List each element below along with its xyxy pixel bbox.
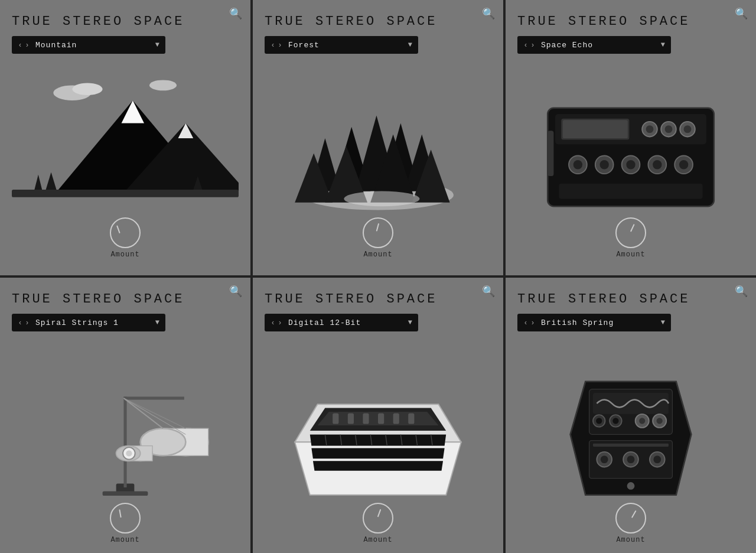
amount-knob-digital-12bit[interactable] — [363, 503, 393, 534]
title-space-echo: True Stereo Space — [517, 14, 690, 29]
svg-rect-44 — [548, 131, 553, 176]
svg-point-38 — [626, 160, 635, 169]
prev-preset-space-echo[interactable]: ‹ — [523, 41, 528, 49]
svg-point-21 — [344, 191, 419, 206]
cell-mountain: 🔍 True Stereo Space ‹ › Mountain ▼ — [0, 0, 250, 275]
preset-bar-digital-12bit: ‹ › Digital 12-Bit ▼ — [265, 314, 418, 331]
dropdown-icon-digital-12bit[interactable]: ▼ — [408, 318, 412, 327]
next-preset-mountain[interactable]: › — [25, 41, 30, 49]
prev-preset-spiral-strings[interactable]: ‹ — [18, 318, 22, 327]
amount-label-digital-12bit: Amount — [363, 536, 392, 544]
svg-marker-65 — [311, 448, 444, 458]
amount-label-mountain: Amount — [110, 251, 139, 259]
preset-arrows-british-spring: ‹ › — [523, 318, 535, 327]
knob-area-spiral-strings: Amount — [12, 503, 239, 549]
knob-area-british-spring: Amount — [517, 503, 744, 549]
svg-rect-4 — [12, 190, 239, 197]
search-icon-spiral-strings[interactable]: 🔍 — [229, 285, 242, 298]
svg-rect-48 — [123, 396, 184, 399]
title-british-spring: True Stereo Space — [517, 292, 690, 307]
preset-bar-british-spring: ‹ › British Spring ▼ — [517, 314, 671, 331]
preset-name-space-echo: Space Echo — [541, 41, 656, 50]
illustration-spiral-strings — [12, 336, 239, 503]
cell-forest: 🔍 True Stereo Space ‹ › Forest ▼ — [253, 0, 503, 275]
plugin-grid: 🔍 True Stereo Space ‹ › Mountain ▼ — [0, 0, 756, 553]
svg-point-28 — [646, 125, 654, 133]
illustration-space-echo — [517, 58, 744, 217]
preset-bar-mountain: ‹ › Mountain ▼ — [12, 36, 165, 54]
svg-point-98 — [627, 482, 635, 490]
svg-rect-47 — [123, 396, 126, 487]
amount-knob-forest[interactable] — [363, 217, 393, 248]
prev-preset-forest[interactable]: ‹ — [271, 41, 275, 49]
search-icon[interactable]: 🔍 — [229, 7, 242, 20]
preset-name-digital-12bit: Digital 12-Bit — [288, 318, 403, 327]
knob-area-mountain: Amount — [12, 217, 239, 264]
svg-point-34 — [573, 160, 582, 169]
dropdown-icon-spiral-strings[interactable]: ▼ — [155, 318, 159, 327]
next-preset-space-echo[interactable]: › — [530, 41, 535, 49]
search-icon-digital-12bit[interactable]: 🔍 — [482, 285, 495, 298]
svg-rect-70 — [378, 414, 384, 424]
amount-knob-space-echo[interactable] — [615, 217, 646, 248]
amount-label-forest: Amount — [363, 251, 392, 259]
title-digital-12bit: True Stereo Space — [265, 292, 437, 307]
svg-point-40 — [653, 160, 662, 169]
illustration-digital-12bit — [265, 336, 491, 503]
svg-marker-64 — [310, 434, 446, 445]
svg-point-42 — [679, 160, 688, 169]
svg-point-59 — [126, 450, 132, 456]
title-mountain: True Stereo Space — [12, 14, 184, 29]
preset-bar-spiral-strings: ‹ › Spiral Strings 1 ▼ — [12, 314, 165, 331]
preset-name-british-spring: British Spring — [541, 318, 656, 327]
search-icon-space-echo[interactable]: 🔍 — [735, 7, 748, 20]
preset-arrows-mountain: ‹ › — [18, 41, 30, 49]
svg-point-93 — [601, 456, 608, 463]
svg-point-90 — [657, 418, 663, 424]
amount-knob-british-spring[interactable] — [615, 503, 646, 534]
svg-point-32 — [684, 125, 692, 133]
title-spiral-strings: True Stereo Space — [12, 292, 184, 307]
svg-rect-26 — [563, 120, 628, 138]
dropdown-icon-mountain[interactable]: ▼ — [155, 41, 159, 49]
preset-name-spiral-strings: Spiral Strings 1 — [35, 318, 151, 327]
illustration-mountain — [12, 58, 239, 217]
svg-point-97 — [653, 456, 661, 463]
preset-arrows-space-echo: ‹ › — [523, 41, 535, 49]
next-preset-spiral-strings[interactable]: › — [25, 318, 30, 327]
knob-area-forest: Amount — [265, 217, 491, 264]
dropdown-icon-forest[interactable]: ▼ — [408, 41, 412, 49]
amount-label-british-spring: Amount — [616, 536, 645, 544]
svg-rect-67 — [333, 414, 338, 424]
preset-bar-space-echo: ‹ › Space Echo ▼ — [517, 36, 671, 54]
svg-rect-68 — [348, 414, 354, 424]
cell-digital-12bit: 🔍 True Stereo Space ‹ › Digital 12-Bit ▼ — [253, 278, 503, 553]
illustration-forest — [265, 58, 491, 217]
preset-arrows-forest: ‹ › — [271, 41, 282, 49]
next-preset-british-spring[interactable]: › — [530, 318, 535, 327]
amount-label-space-echo: Amount — [616, 251, 645, 259]
prev-preset-mountain[interactable]: ‹ — [18, 41, 22, 49]
amount-knob-mountain[interactable] — [110, 217, 141, 248]
svg-point-95 — [627, 456, 635, 463]
amount-knob-spiral-strings[interactable] — [110, 503, 141, 534]
svg-rect-99 — [593, 444, 669, 447]
search-icon-forest[interactable]: 🔍 — [482, 7, 495, 20]
svg-point-86 — [612, 418, 618, 424]
prev-preset-british-spring[interactable]: ‹ — [523, 318, 528, 327]
svg-point-9 — [72, 83, 102, 95]
svg-point-36 — [600, 160, 609, 169]
svg-rect-69 — [363, 414, 369, 424]
svg-rect-43 — [559, 183, 702, 199]
cell-spiral-strings: 🔍 True Stereo Space ‹ › Spiral Strings 1… — [0, 278, 250, 553]
next-preset-forest[interactable]: › — [278, 41, 282, 49]
preset-arrows-spiral-strings: ‹ › — [18, 318, 30, 327]
next-preset-digital-12bit[interactable]: › — [278, 318, 282, 327]
dropdown-icon-british-spring[interactable]: ▼ — [661, 318, 665, 327]
amount-label-spiral-strings: Amount — [110, 536, 139, 544]
search-icon-british-spring[interactable]: 🔍 — [735, 285, 748, 298]
cell-space-echo: 🔍 True Stereo Space ‹ › Space Echo ▼ — [506, 0, 756, 275]
dropdown-icon-space-echo[interactable]: ▼ — [661, 41, 665, 49]
prev-preset-digital-12bit[interactable]: ‹ — [271, 318, 275, 327]
svg-line-55 — [123, 398, 163, 428]
